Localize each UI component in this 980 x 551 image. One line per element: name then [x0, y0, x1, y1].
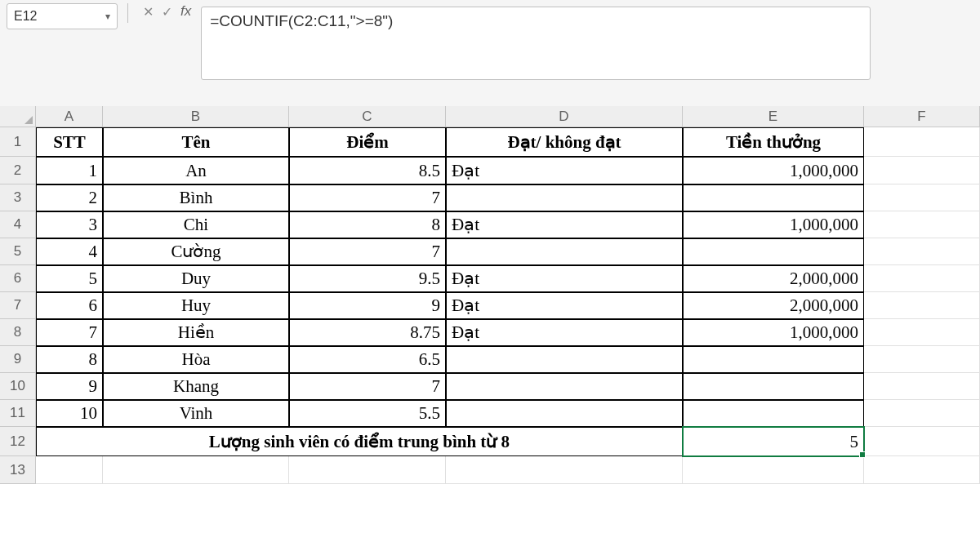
header-stt: STT: [36, 127, 103, 157]
formula-input[interactable]: =COUNTIF(C2:C11,">=8"): [201, 7, 871, 80]
row-header-2[interactable]: 2: [0, 157, 36, 184]
cell-ten-7: Hiền: [103, 319, 289, 346]
cell-dat-3: Đạt: [446, 211, 683, 238]
cell-F12[interactable]: [864, 427, 980, 456]
row-header-3[interactable]: 3: [0, 184, 36, 211]
cell-F4[interactable]: [864, 211, 980, 238]
cell-F8[interactable]: [864, 319, 980, 346]
fx-icon[interactable]: fx: [180, 3, 191, 20]
cell-dat-9: [446, 373, 683, 400]
cell-B13[interactable]: [103, 456, 289, 484]
column-header-F[interactable]: F: [864, 106, 980, 127]
cell-tien-3: 1,000,000: [683, 211, 864, 238]
cell-F3[interactable]: [864, 184, 980, 211]
row-header-7[interactable]: 7: [0, 292, 36, 319]
header-diem: Điểm: [289, 127, 446, 157]
cell-F10[interactable]: [864, 373, 980, 400]
column-header-C[interactable]: C: [289, 106, 446, 127]
formula-bar-area: E12 ▾ ✕ ✓ fx =COUNTIF(C2:C11,">=8"): [0, 0, 980, 106]
cell-stt-7: 7: [36, 319, 103, 346]
summary-label: Lượng sinh viên có điểm trung bình từ 8: [36, 427, 683, 456]
cell-stt-2: 2: [36, 184, 103, 211]
cell-dat-10: [446, 400, 683, 427]
cell-stt-1: 1: [36, 157, 103, 184]
cell-diem-3: 8: [289, 211, 446, 238]
cell-diem-7: 8.75: [289, 319, 446, 346]
cell-stt-5: 5: [36, 265, 103, 292]
cell-tien-8: [683, 346, 864, 373]
cell-tien-6: 2,000,000: [683, 292, 864, 319]
name-box[interactable]: E12 ▾: [7, 3, 118, 29]
row-header-12[interactable]: 12: [0, 427, 36, 456]
name-box-value: E12: [14, 9, 37, 24]
formula-controls: ✕ ✓ fx: [138, 3, 196, 20]
row-header-4[interactable]: 4: [0, 211, 36, 238]
cell-ten-9: Khang: [103, 373, 289, 400]
cell-F1[interactable]: [864, 127, 980, 157]
cell-ten-3: Chi: [103, 211, 289, 238]
header-ten: Tên: [103, 127, 289, 157]
cell-D13[interactable]: [446, 456, 683, 484]
cell-stt-3: 3: [36, 211, 103, 238]
cell-diem-1: 8.5: [289, 157, 446, 184]
cell-tien-5: 2,000,000: [683, 265, 864, 292]
header-dat: Đạt/ không đạt: [446, 127, 683, 157]
column-header-E[interactable]: E: [683, 106, 864, 127]
row-header-13[interactable]: 13: [0, 456, 36, 484]
cell-F13[interactable]: [864, 456, 980, 484]
cell-dat-1: Đạt: [446, 157, 683, 184]
cell-F2[interactable]: [864, 157, 980, 184]
cell-ten-10: Vinh: [103, 400, 289, 427]
cell-ten-8: Hòa: [103, 346, 289, 373]
cell-ten-6: Huy: [103, 292, 289, 319]
cell-diem-8: 6.5: [289, 346, 446, 373]
row-header-10[interactable]: 10: [0, 373, 36, 400]
cell-E13[interactable]: [683, 456, 864, 484]
row-header-11[interactable]: 11: [0, 400, 36, 427]
cell-dat-4: [446, 238, 683, 265]
cell-diem-5: 9.5: [289, 265, 446, 292]
row-header-5[interactable]: 5: [0, 238, 36, 265]
cancel-icon[interactable]: ✕: [143, 4, 154, 20]
cell-A13[interactable]: [36, 456, 103, 484]
cell-tien-7: 1,000,000: [683, 319, 864, 346]
cell-ten-4: Cường: [103, 238, 289, 265]
cell-F9[interactable]: [864, 346, 980, 373]
cell-ten-2: Bình: [103, 184, 289, 211]
cell-stt-8: 8: [36, 346, 103, 373]
row-header-1[interactable]: 1: [0, 127, 36, 157]
cell-diem-6: 9: [289, 292, 446, 319]
column-header-B[interactable]: B: [103, 106, 289, 127]
cell-dat-8: [446, 346, 683, 373]
summary-value-cell[interactable]: 5: [683, 427, 864, 456]
cell-F6[interactable]: [864, 265, 980, 292]
cell-diem-4: 7: [289, 238, 446, 265]
row-header-6[interactable]: 6: [0, 265, 36, 292]
formula-text: =COUNTIF(C2:C11,">=8"): [210, 12, 393, 29]
cell-tien-9: [683, 373, 864, 400]
cell-diem-2: 7: [289, 184, 446, 211]
column-header-D[interactable]: D: [446, 106, 683, 127]
cell-dat-2: [446, 184, 683, 211]
cell-ten-1: An: [103, 157, 289, 184]
cell-F11[interactable]: [864, 400, 980, 427]
divider: [127, 3, 128, 23]
cell-dat-5: Đạt: [446, 265, 683, 292]
cell-stt-4: 4: [36, 238, 103, 265]
cell-diem-9: 7: [289, 373, 446, 400]
cell-F7[interactable]: [864, 292, 980, 319]
chevron-down-icon[interactable]: ▾: [105, 11, 110, 22]
row-header-8[interactable]: 8: [0, 319, 36, 346]
cell-tien-1: 1,000,000: [683, 157, 864, 184]
cell-tien-4: [683, 238, 864, 265]
cell-F5[interactable]: [864, 238, 980, 265]
cell-dat-7: Đạt: [446, 319, 683, 346]
cell-stt-6: 6: [36, 292, 103, 319]
confirm-icon[interactable]: ✓: [162, 4, 172, 20]
column-header-A[interactable]: A: [36, 106, 103, 127]
cell-C13[interactable]: [289, 456, 446, 484]
row-header-9[interactable]: 9: [0, 346, 36, 373]
column-headers: ABCDEF: [36, 106, 980, 127]
cell-stt-9: 9: [36, 373, 103, 400]
select-all-corner[interactable]: [0, 106, 36, 127]
